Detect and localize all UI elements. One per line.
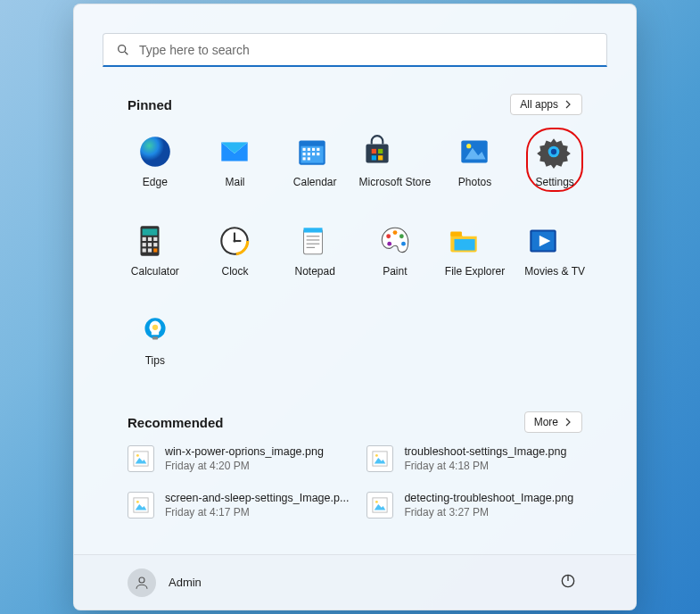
- app-tile-clock[interactable]: Clock: [195, 217, 276, 290]
- svg-rect-8: [302, 148, 305, 151]
- app-tile-mail[interactable]: Mail: [195, 128, 276, 201]
- svg-point-53: [401, 242, 406, 246]
- recommended-item[interactable]: win-x-power-oprions_image.pngFriday at 4…: [128, 445, 349, 472]
- svg-rect-35: [153, 243, 157, 246]
- app-label: Paint: [376, 265, 414, 278]
- svg-point-43: [234, 239, 236, 242]
- svg-rect-44: [304, 229, 323, 253]
- mail-icon: [216, 133, 253, 170]
- svg-point-74: [375, 501, 378, 503]
- user-name: Admin: [169, 576, 202, 589]
- app-tile-calendar[interactable]: Calendar: [275, 128, 355, 201]
- app-label: Photos: [456, 176, 493, 188]
- recommended-time: Friday at 3:27 PM: [404, 506, 582, 519]
- image-file-icon: [366, 492, 393, 519]
- app-tile-movies-tv[interactable]: Movies & TV: [515, 217, 595, 290]
- more-button[interactable]: More: [524, 411, 582, 433]
- chevron-right-icon: [564, 418, 572, 427]
- svg-rect-21: [372, 155, 376, 160]
- photos-icon: [456, 133, 493, 170]
- svg-rect-36: [142, 248, 145, 252]
- user-profile-button[interactable]: Admin: [128, 568, 202, 597]
- svg-rect-31: [148, 237, 152, 241]
- svg-rect-14: [312, 153, 315, 155]
- svg-rect-11: [317, 148, 319, 151]
- app-label: Notepad: [294, 265, 334, 278]
- svg-rect-18: [366, 145, 389, 163]
- all-apps-label: All apps: [520, 98, 558, 111]
- recommended-item[interactable]: troubleshoot-settings_Image.pngFriday at…: [366, 445, 582, 472]
- edge-icon: [136, 133, 174, 170]
- search-placeholder: Type here to search: [139, 43, 250, 57]
- svg-line-1: [125, 52, 128, 54]
- app-label: Clock: [216, 265, 253, 278]
- svg-point-50: [386, 234, 391, 238]
- app-tile-microsoft-store[interactable]: Microsoft Store: [355, 128, 435, 201]
- svg-point-51: [392, 230, 397, 235]
- paint-icon: [376, 222, 414, 260]
- recommended-time: Friday at 4:18 PM: [404, 460, 582, 472]
- app-tile-calculator[interactable]: Calculator: [115, 217, 195, 290]
- app-label: Microsoft Store: [358, 176, 431, 188]
- svg-rect-38: [153, 248, 157, 252]
- recommended-title: troubleshoot-settings_Image.png: [404, 445, 582, 458]
- app-tile-paint[interactable]: Paint: [355, 217, 435, 290]
- svg-rect-32: [153, 237, 157, 241]
- svg-rect-56: [454, 239, 474, 251]
- pinned-header: Pinned All apps: [74, 83, 636, 122]
- movies-tv-icon: [524, 222, 562, 260]
- app-tile-notepad[interactable]: Notepad: [275, 217, 355, 290]
- search-icon: [116, 43, 130, 57]
- app-label: Calendar: [293, 176, 337, 188]
- svg-rect-20: [379, 149, 383, 154]
- app-label: Mail: [216, 176, 253, 188]
- app-tile-photos[interactable]: Photos: [435, 128, 515, 201]
- svg-rect-15: [317, 153, 319, 155]
- search-input[interactable]: Type here to search: [103, 33, 607, 67]
- app-tile-edge[interactable]: Edge: [115, 128, 195, 201]
- svg-point-65: [136, 454, 139, 457]
- image-file-icon: [128, 492, 154, 519]
- svg-point-25: [467, 144, 472, 148]
- recommended-title: screen-and-sleep-settings_Image.p...: [165, 492, 349, 504]
- svg-rect-19: [372, 149, 376, 154]
- svg-point-62: [152, 325, 158, 330]
- power-button[interactable]: [554, 567, 582, 599]
- svg-rect-72: [373, 498, 387, 512]
- svg-rect-30: [142, 237, 145, 241]
- start-footer: Admin: [74, 554, 636, 610]
- app-label: Calculator: [131, 265, 179, 278]
- pinned-title: Pinned: [128, 97, 172, 112]
- recommended-item[interactable]: detecting-troubleshoot_Image.pngFriday a…: [366, 492, 582, 519]
- svg-rect-37: [148, 248, 152, 252]
- svg-point-2: [140, 137, 170, 167]
- image-file-icon: [366, 445, 393, 472]
- recommended-title: detecting-troubleshoot_Image.png: [404, 492, 582, 504]
- app-tile-tips[interactable]: Tips: [115, 306, 195, 379]
- app-label: Tips: [136, 354, 174, 367]
- svg-rect-66: [373, 452, 387, 466]
- recommended-item[interactable]: screen-and-sleep-settings_Image.p...Frid…: [128, 492, 349, 519]
- svg-rect-13: [308, 153, 310, 155]
- user-icon: [134, 575, 150, 591]
- svg-rect-55: [450, 232, 462, 236]
- svg-point-0: [119, 45, 126, 52]
- all-apps-button[interactable]: All apps: [510, 94, 582, 115]
- svg-point-27: [551, 149, 556, 154]
- svg-point-68: [375, 454, 378, 457]
- svg-point-75: [139, 577, 144, 583]
- store-icon: [358, 133, 396, 170]
- search-section: Type here to search: [74, 4, 636, 83]
- svg-rect-33: [142, 243, 145, 246]
- app-label: Settings: [535, 176, 573, 188]
- app-tile-settings[interactable]: Settings: [515, 128, 595, 201]
- power-icon: [559, 572, 577, 590]
- svg-rect-10: [312, 148, 315, 151]
- recommended-time: Friday at 4:17 PM: [165, 506, 349, 519]
- avatar: [128, 568, 156, 597]
- svg-rect-61: [152, 336, 158, 339]
- svg-rect-29: [142, 228, 157, 235]
- app-tile-file-explorer[interactable]: File Explorer: [435, 217, 515, 290]
- svg-rect-69: [134, 498, 148, 512]
- file-explorer-icon: [445, 222, 482, 260]
